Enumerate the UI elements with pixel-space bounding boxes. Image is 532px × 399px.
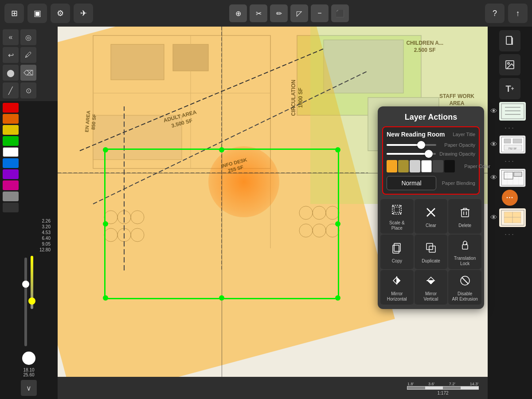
- left-sidebar: « ◎ ↩ 🖊 ⬤ ⌫ ╱ ⊙ 2.26 3.20 4.5: [0, 27, 58, 399]
- scale-seg-2: [425, 387, 443, 389]
- circle-tool[interactable]: ◎: [20, 29, 36, 45]
- color-orange[interactable]: [3, 114, 19, 124]
- paint-tool[interactable]: 🖊: [20, 47, 36, 63]
- image-icon-btn[interactable]: [499, 54, 520, 75]
- clear-button[interactable]: Clear: [415, 199, 448, 234]
- color-purple[interactable]: [3, 169, 19, 179]
- drawing-opacity-slider[interactable]: [387, 153, 436, 155]
- eye-icon-3[interactable]: 👁: [490, 174, 497, 182]
- mirror-horizontal-button[interactable]: MirrorHorizontal: [380, 270, 414, 305]
- color-blue[interactable]: [3, 158, 19, 168]
- thumbnail-3[interactable]: [499, 168, 526, 187]
- disable-ar-label: DisableAR Extrusion: [452, 291, 477, 302]
- color-white[interactable]: [3, 147, 19, 157]
- eye-icon-1[interactable]: 👁: [490, 107, 497, 115]
- mirror-vertical-icon: [425, 274, 437, 289]
- color-green[interactable]: [3, 136, 19, 146]
- layer-title-value[interactable]: New Reading Room: [387, 131, 445, 138]
- svg-rect-46: [514, 172, 522, 176]
- swatch-light-gray[interactable]: [410, 160, 420, 172]
- color-magenta[interactable]: [3, 180, 19, 190]
- duplicate-button[interactable]: Duplicate: [415, 235, 448, 269]
- paper-blending-label: Paper Blending: [440, 180, 475, 186]
- copy-button[interactable]: Copy: [380, 235, 414, 269]
- scale-place-button[interactable]: Scale &Place: [380, 199, 414, 234]
- swatch-white[interactable]: [421, 160, 432, 172]
- color-dark[interactable]: [3, 203, 19, 212]
- scale-seg-4: [461, 387, 478, 389]
- scale-label-0: 1.8': [407, 382, 414, 386]
- swatch-black[interactable]: [444, 160, 455, 172]
- grid-button[interactable]: ⊞: [4, 4, 24, 23]
- layers-button[interactable]: ▣: [27, 4, 47, 23]
- blending-mode-button[interactable]: Normal: [387, 176, 436, 190]
- paper-opacity-slider[interactable]: [387, 144, 436, 146]
- delete-label: Delete: [458, 223, 471, 228]
- clear-icon: [425, 206, 437, 221]
- swatch-dark-gray[interactable]: [433, 160, 443, 172]
- collapse-down-tool[interactable]: ∨: [21, 380, 37, 396]
- more-options-button[interactable]: ···: [502, 190, 518, 206]
- dot-large-tool[interactable]: ⊙: [20, 82, 36, 98]
- collapse-tool[interactable]: «: [3, 29, 19, 45]
- copy-label: Copy: [392, 258, 402, 264]
- settings-button[interactable]: ⚙: [51, 4, 70, 23]
- eye-icon-2[interactable]: 👁: [490, 141, 497, 149]
- line-tool[interactable]: ╱: [3, 82, 19, 98]
- thumbnail-row-1: 👁: [490, 102, 529, 121]
- swatch-light-yellow[interactable]: [398, 160, 409, 172]
- size-4-53: 4.53: [4, 230, 54, 235]
- mirror-vertical-button[interactable]: MirrorVertical: [415, 270, 448, 305]
- swatch-yellow[interactable]: [387, 160, 397, 172]
- help-button[interactable]: ?: [485, 4, 505, 23]
- svg-point-29: [508, 63, 509, 64]
- select-tool-button[interactable]: ⊕: [229, 4, 247, 22]
- svg-rect-69: [429, 246, 435, 252]
- translation-lock-button[interactable]: TranslationLock: [448, 235, 481, 269]
- scale-label-3: 14.3': [470, 382, 478, 386]
- thumbnail-1[interactable]: [499, 102, 526, 121]
- layer-actions-panel: Layer Actions New Reading Room Layer Tit…: [378, 106, 484, 309]
- color-gray[interactable]: [3, 192, 19, 201]
- eraser-tool[interactable]: ⌫: [20, 65, 36, 81]
- svg-rect-30: [501, 104, 524, 119]
- size-preview-circle: [22, 352, 35, 365]
- move-button[interactable]: ✈: [74, 4, 93, 23]
- opacity-vertical-slider[interactable]: [31, 256, 33, 309]
- measure-tool-button[interactable]: ◸: [290, 4, 308, 22]
- cut-tool-button[interactable]: ✂: [250, 4, 267, 22]
- scale-seg-1: [407, 387, 425, 389]
- svg-rect-27: [506, 36, 512, 44]
- layer-title-row: New Reading Room Layer Title: [387, 131, 475, 138]
- size-slider-area: 2.26 3.20 4.53 6.40 9.05 12.80 18.10 25.…: [0, 214, 58, 399]
- scale-labels: 1.8' 3.6' 7.2' 14.3': [407, 382, 478, 386]
- eye-icon-4[interactable]: 👁: [490, 214, 497, 222]
- tools-section: « ◎ ↩ 🖊 ⬤ ⌫ ╱ ⊙: [0, 27, 58, 101]
- mirror-horizontal-icon: [391, 274, 403, 289]
- green-area-label: EN AREA850 SF: [83, 110, 98, 133]
- size-vertical-slider[interactable]: [24, 258, 27, 346]
- color-yellow[interactable]: [3, 125, 19, 135]
- scale-bar: [407, 386, 479, 390]
- thumbnail-row-3: 👁: [490, 168, 529, 187]
- thumbnail-row-4: 👁: [490, 208, 529, 227]
- delete-icon: [459, 206, 471, 221]
- fill-tool[interactable]: ⬤: [3, 65, 19, 81]
- thumbnail-2[interactable]: 752 SF: [499, 135, 526, 154]
- children-area-label: CHILDREN A...2.500 SF: [406, 40, 443, 54]
- arrow-tool[interactable]: ↩: [3, 47, 19, 63]
- svg-rect-70: [462, 245, 468, 249]
- scale-place-label: Scale &Place: [389, 220, 404, 231]
- mirror-vertical-label: MirrorVertical: [424, 291, 438, 302]
- pen-tool-button[interactable]: ✏: [270, 4, 288, 22]
- drawing-opacity-row: Drawing Opacity: [387, 151, 475, 156]
- share-button[interactable]: ↑: [508, 4, 528, 23]
- square-tool-button[interactable]: ⬛: [331, 4, 349, 22]
- color-red[interactable]: [3, 103, 19, 113]
- minus-tool-button[interactable]: −: [311, 4, 329, 22]
- text-icon-btn[interactable]: T+: [499, 78, 520, 99]
- page-icon-btn[interactable]: [499, 30, 520, 51]
- disable-ar-button[interactable]: DisableAR Extrusion: [448, 270, 481, 305]
- thumbnail-4[interactable]: [499, 208, 526, 227]
- delete-button[interactable]: Delete: [448, 199, 481, 234]
